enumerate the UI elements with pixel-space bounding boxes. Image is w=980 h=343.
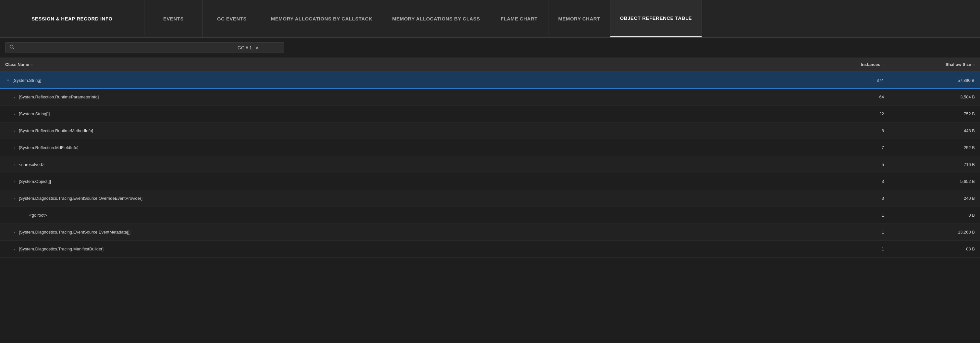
cell-shallow-size: 240 B (889, 196, 980, 201)
tab-object-ref-table[interactable]: OBJECT REFERENCE TABLE (610, 0, 702, 37)
cell-instances: 22 (798, 112, 889, 116)
cell-shallow-size: 752 B (889, 112, 980, 116)
expand-icon[interactable]: › (12, 247, 17, 251)
cell-shallow-size: 57,890 B (889, 78, 980, 83)
tab-memory-chart[interactable]: MEMORY CHART (549, 0, 610, 37)
search-container (5, 42, 232, 53)
cell-class-name: › [System.Diagnostics.Tracing.ManifestBu… (0, 247, 798, 251)
cell-instances: 7 (798, 145, 889, 150)
collapse-icon[interactable]: ▾ (6, 78, 11, 83)
cell-shallow-size: 3,584 B (889, 94, 980, 99)
cell-instances: 1 (798, 230, 889, 235)
filter-row: GC # 1 ∨ (0, 38, 980, 57)
sort-instances-icon: ↓ (882, 63, 884, 67)
cell-shallow-size: 716 B (889, 162, 980, 167)
cell-shallow-size: 252 B (889, 145, 980, 150)
expand-icon[interactable]: › (12, 196, 17, 200)
table-row[interactable]: › <unresolved> 5 716 B (0, 156, 980, 173)
table-row[interactable]: ▾ [System.String] 374 57,890 B (0, 72, 980, 89)
gc-dropdown-label: GC # 1 (237, 45, 252, 50)
cell-class-name: › [System.Diagnostics.Tracing.EventSourc… (0, 196, 798, 201)
cell-shallow-size: 88 B (889, 247, 980, 251)
sort-shallow-icon: ↕ (973, 63, 975, 67)
cell-shallow-size: 13,260 B (889, 230, 980, 235)
tab-gc-events[interactable]: GC EVENTS (203, 0, 261, 37)
expand-icon[interactable]: › (12, 95, 17, 99)
search-icon (10, 45, 14, 51)
cell-class-name: › [System.Object[]] (0, 179, 798, 184)
tab-mem-alloc-callstack[interactable]: MEMORY ALLOCATIONS BY CALLSTACK (261, 0, 382, 37)
expand-icon[interactable]: › (12, 129, 17, 133)
cell-shallow-size: 448 B (889, 128, 980, 133)
tab-flame-chart[interactable]: FLAME CHART (490, 0, 549, 37)
cell-instances: 1 (798, 247, 889, 251)
table-row[interactable]: › [System.Diagnostics.Tracing.EventSourc… (0, 190, 980, 207)
cell-instances: 374 (798, 78, 889, 83)
cell-instances: 64 (798, 94, 889, 99)
gc-dropdown[interactable]: GC # 1 ∨ (232, 42, 284, 53)
expand-icon[interactable]: › (12, 230, 17, 234)
cell-class-name: <gc root> (0, 213, 798, 218)
table-row[interactable]: › [System.Reflection.RuntimeMethodInfo] … (0, 123, 980, 139)
table-header: Class Name ↕ Instances ↓ Shallow Size ↕ (0, 57, 980, 72)
table-row[interactable]: › [System.Reflection.RuntimeParameterInf… (0, 89, 980, 105)
cell-shallow-size: 0 B (889, 213, 980, 218)
cell-instances: 3 (798, 196, 889, 201)
cell-class-name: › [System.Reflection.RuntimeMethodInfo] (0, 128, 798, 133)
expand-icon[interactable]: › (12, 180, 17, 183)
cell-class-name: › [System.Diagnostics.Tracing.EventSourc… (0, 230, 798, 235)
expand-icon[interactable]: › (12, 163, 17, 167)
table-row[interactable]: › [System.Reflection.MdFieldInfo] 7 252 … (0, 139, 980, 156)
cell-class-name: › [System.Reflection.RuntimeParameterInf… (0, 94, 798, 99)
table-row[interactable]: › [System.Object[]] 3 5,652 B (0, 173, 980, 190)
table-row[interactable]: › [System.Diagnostics.Tracing.EventSourc… (0, 224, 980, 241)
tab-events[interactable]: EVENTS (145, 0, 203, 37)
expand-icon[interactable]: › (12, 112, 17, 116)
col-instances[interactable]: Instances ↓ (798, 62, 889, 67)
expand-icon[interactable]: › (12, 146, 17, 150)
svg-line-1 (13, 48, 14, 49)
sort-classname-icon: ↕ (31, 63, 33, 67)
cell-instances: 3 (798, 179, 889, 184)
cell-instances: 1 (798, 213, 889, 218)
cell-class-name: ▾ [System.String] (0, 78, 798, 83)
object-ref-table: Class Name ↕ Instances ↓ Shallow Size ↕ … (0, 57, 980, 258)
table-row[interactable]: <gc root> 1 0 B (0, 207, 980, 224)
table-row[interactable]: › [System.Diagnostics.Tracing.ManifestBu… (0, 241, 980, 258)
cell-class-name: › [System.String[]] (0, 112, 798, 116)
search-input[interactable] (17, 45, 228, 50)
cell-class-name: › <unresolved> (0, 162, 798, 167)
tab-session-heap[interactable]: SESSION & HEAP RECORD INFO (0, 0, 145, 37)
nav-tabs: SESSION & HEAP RECORD INFO EVENTS GC EVE… (0, 0, 980, 38)
col-shallow-size[interactable]: Shallow Size ↕ (889, 62, 980, 67)
cell-instances: 8 (798, 128, 889, 133)
col-class-name[interactable]: Class Name ↕ (0, 62, 798, 67)
cell-instances: 5 (798, 162, 889, 167)
tab-mem-alloc-class[interactable]: MEMORY ALLOCATIONS BY CLASS (382, 0, 490, 37)
table-row[interactable]: › [System.String[]] 22 752 B (0, 105, 980, 123)
cell-shallow-size: 5,652 B (889, 179, 980, 184)
chevron-down-icon: ∨ (255, 45, 259, 51)
cell-class-name: › [System.Reflection.MdFieldInfo] (0, 145, 798, 150)
